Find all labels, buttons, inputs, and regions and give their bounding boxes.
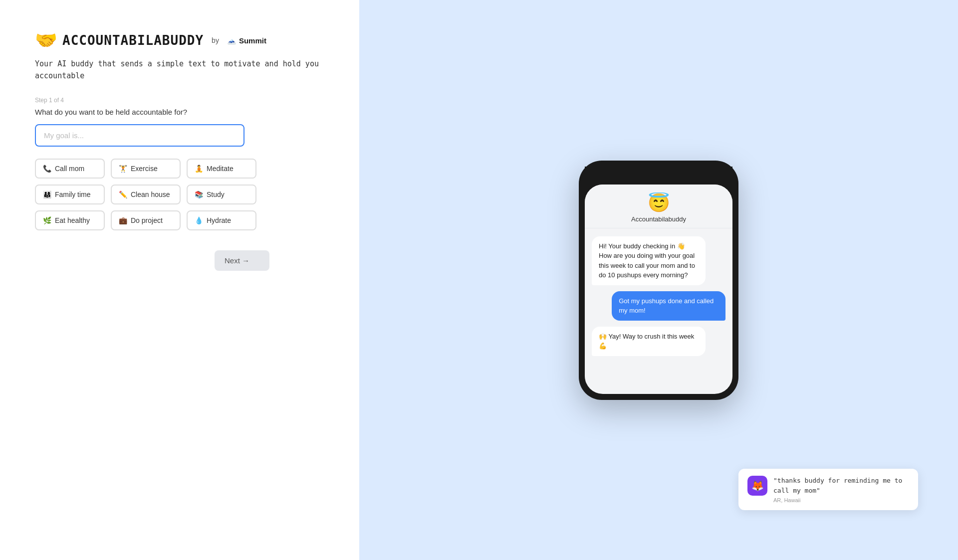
left-panel: 🤝 ACCOUNTABILABUDDY by 🗻 Summit Your AI … [0, 0, 359, 560]
testimonial-avatar: 🦊 [747, 476, 767, 496]
brand-emoji: 🤝 [35, 30, 57, 51]
tag-emoji: 🏋️ [119, 165, 127, 173]
tag-emoji: 🌿 [43, 216, 51, 224]
summit-emoji: 🗻 [227, 36, 237, 45]
tag-label: Clean house [131, 190, 170, 198]
step-label: Step 1 of 4 [35, 97, 324, 104]
testimonial-avatar-emoji: 🦊 [751, 480, 764, 492]
tag-button[interactable]: 🌿Eat healthy [35, 210, 105, 230]
testimonial-quote: "thanks buddy for reminding me to call m… [773, 476, 909, 495]
brand-summit: 🗻 Summit [227, 36, 266, 45]
phone-mockup: 😇 Accountabilabuddy Hi! Your buddy check… [579, 161, 738, 400]
tagline: Your AI buddy that sends a simple text t… [35, 58, 324, 82]
tag-emoji: 👨‍👩‍👧 [43, 190, 51, 198]
tag-label: Exercise [131, 165, 158, 173]
chat-message: Hi! Your buddy checking in 👋 How are you… [592, 236, 706, 285]
summit-label: Summit [239, 36, 266, 45]
bot-name: Accountabilabuddy [631, 215, 686, 223]
brand-by-text: by [212, 36, 219, 44]
bot-avatar-emoji: 😇 [648, 192, 670, 213]
goal-input[interactable] [35, 124, 244, 147]
tag-emoji: 🧘 [195, 165, 203, 173]
tag-button[interactable]: 💧Hydrate [187, 210, 256, 230]
chat-message: Got my pushups done and called my mom! [612, 291, 725, 321]
testimonial-content: "thanks buddy for reminding me to call m… [773, 476, 909, 503]
chat-message: 🙌 Yay! Way to crush it this week 💪 [592, 327, 706, 356]
phone-notch-bar [585, 167, 732, 185]
right-panel: 😇 Accountabilabuddy Hi! Your buddy check… [359, 0, 958, 560]
chat-messages: Hi! Your buddy checking in 👋 How are you… [585, 228, 732, 364]
tag-label: Meditate [207, 165, 234, 173]
tag-button[interactable]: ✏️Clean house [111, 185, 181, 204]
tag-emoji: 💼 [119, 216, 127, 224]
testimonial-card: 🦊 "thanks buddy for reminding me to call… [738, 469, 918, 510]
tag-label: Study [207, 190, 225, 198]
phone-inner: 😇 Accountabilabuddy Hi! Your buddy check… [585, 185, 732, 394]
chat-header: 😇 Accountabilabuddy [585, 185, 732, 228]
tag-label: Family time [55, 190, 91, 198]
tag-emoji: ✏️ [119, 190, 127, 198]
tag-emoji: 📚 [195, 190, 203, 198]
tag-button[interactable]: 📞Call mom [35, 159, 105, 179]
phone-notch [629, 170, 689, 181]
testimonial-author: AR, Hawaii [773, 497, 909, 503]
tag-label: Eat healthy [55, 216, 90, 224]
step-question: What do you want to be held accountable … [35, 108, 324, 116]
tag-emoji: 📞 [43, 165, 51, 173]
tag-button[interactable]: 📚Study [187, 185, 256, 204]
tag-emoji: 💧 [195, 216, 203, 224]
tag-button[interactable]: 👨‍👩‍👧Family time [35, 185, 105, 204]
tag-button[interactable]: 🏋️Exercise [111, 159, 181, 179]
tag-button[interactable]: 🧘Meditate [187, 159, 256, 179]
tag-button[interactable]: 💼Do project [111, 210, 181, 230]
brand-row: 🤝 ACCOUNTABILABUDDY by 🗻 Summit [35, 30, 324, 51]
tag-label: Call mom [55, 165, 84, 173]
tag-grid: 📞Call mom🏋️Exercise🧘Meditate👨‍👩‍👧Family … [35, 159, 259, 230]
next-button[interactable]: Next → [215, 250, 269, 271]
brand-name: ACCOUNTABILABUDDY [62, 33, 204, 48]
tag-label: Do project [131, 216, 163, 224]
tag-label: Hydrate [207, 216, 231, 224]
